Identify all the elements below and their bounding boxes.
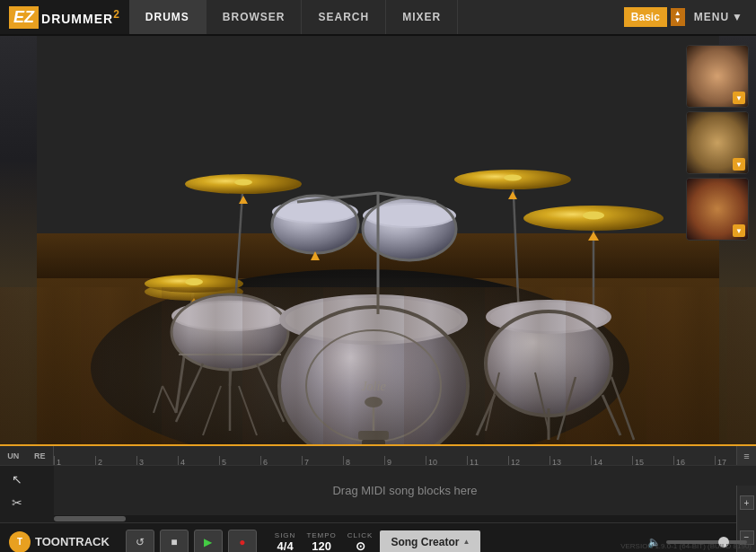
transport-buttons: ↺ ■ ▶ ● [126, 530, 257, 553]
ruler-mark-9: 9 [384, 456, 426, 465]
toontrack-icon: T [9, 531, 31, 553]
drum-area: Jolie [0, 36, 756, 449]
click-indicator: ⊙ [356, 539, 365, 553]
drum-kit-svg: Jolie [0, 36, 756, 449]
svg-point-33 [171, 301, 288, 331]
svg-point-39 [286, 298, 462, 341]
side-panel-tamb[interactable]: ▼ [686, 178, 749, 241]
svg-line-52 [477, 395, 495, 435]
preset-label: Basic [631, 11, 660, 23]
scissors-tool-button[interactable]: ✂ [7, 493, 27, 513]
svg-point-3 [91, 269, 629, 449]
menu-arrow-icon: ▼ [732, 11, 743, 23]
redo-button[interactable]: RE [31, 450, 49, 462]
ruler-mark-10: 10 [426, 456, 467, 465]
svg-point-47 [365, 397, 382, 407]
ruler-mark-15: 15 [632, 456, 673, 465]
svg-point-17 [276, 202, 355, 222]
svg-line-59 [611, 377, 634, 440]
ruler-mark-6: 6 [260, 456, 302, 465]
side-panel-hands[interactable]: ▼ [686, 45, 749, 108]
stop-button[interactable]: ■ [160, 530, 189, 553]
tab-search[interactable]: SEARCH [302, 0, 386, 34]
rewind-button[interactable]: ↺ [126, 530, 154, 553]
svg-line-60 [203, 386, 221, 435]
song-creator-label: Song Creator [391, 536, 459, 548]
play-button[interactable]: ▶ [194, 530, 223, 553]
tempo-label: TEMPO [306, 531, 336, 539]
select-tool-button[interactable]: ↖ [7, 469, 27, 489]
sign-value: 4/4 [277, 539, 294, 553]
sign-label: SIGN [275, 531, 296, 539]
ruler-mark-11: 11 [467, 456, 508, 465]
side-panel-hands-arrow[interactable]: ▼ [733, 92, 745, 104]
ruler-mark-16: 16 [673, 456, 715, 465]
preset-arrows: ▲ ▼ [671, 8, 685, 26]
svg-point-9 [185, 278, 203, 285]
svg-point-38 [279, 294, 468, 345]
svg-line-55 [176, 364, 203, 422]
toontrack-label: TOONTRACK [35, 535, 110, 548]
svg-point-30 [583, 212, 604, 220]
svg-rect-0 [37, 269, 719, 449]
record-button[interactable]: ● [228, 530, 257, 553]
timeline-ruler: UN RE 1 2 3 4 5 6 7 8 9 10 11 12 13 14 1… [0, 446, 756, 466]
logo-drummer: DRUMMER2 [41, 8, 120, 26]
timeline-scrollbar-thumb[interactable] [54, 516, 126, 521]
preset-selector[interactable]: Basic [624, 7, 667, 27]
menu-label: MENU [694, 11, 729, 23]
svg-line-61 [239, 386, 257, 435]
logo-ez: EZ [9, 6, 39, 29]
song-creator-button[interactable]: Song Creator ▲ [380, 530, 480, 553]
ruler-mark-14: 14 [591, 456, 632, 465]
sign-group: SIGN 4/4 [275, 531, 296, 553]
tempo-value: 120 [312, 539, 331, 553]
svg-point-26 [504, 175, 522, 181]
undo-button[interactable]: UN [4, 450, 22, 462]
svg-line-58 [558, 377, 576, 440]
svg-line-62 [486, 372, 499, 431]
ruler-marks: 1 2 3 4 5 6 7 8 9 10 11 12 13 14 15 16 1… [54, 446, 756, 465]
ruler-mark-8: 8 [343, 456, 384, 465]
stop-icon: ■ [171, 536, 177, 548]
svg-line-54 [602, 395, 620, 435]
ruler-mark-1: 1 [54, 456, 95, 465]
tab-mixer[interactable]: MIXER [386, 0, 458, 34]
svg-marker-10 [189, 298, 198, 305]
record-icon: ● [239, 536, 245, 548]
tempo-group: TEMPO 120 [306, 531, 336, 553]
svg-point-13 [234, 180, 252, 186]
svg-point-50 [490, 302, 607, 331]
timeline-controls-left: UN RE [0, 446, 54, 465]
svg-point-34 [175, 302, 285, 329]
zoom-in-button[interactable]: + [740, 495, 754, 510]
transport-area: UN RE 1 2 3 4 5 6 7 8 9 10 11 12 13 14 1… [0, 444, 756, 552]
click-label: CLICK [347, 531, 374, 539]
side-panels: ▼ ▼ ▼ [686, 45, 749, 241]
midi-drop-area[interactable]: Drag MIDI song blocks here + − [54, 466, 756, 515]
svg-point-49 [486, 300, 611, 334]
side-panel-tamb-arrow[interactable]: ▼ [733, 224, 745, 237]
transport-info: SIGN 4/4 TEMPO 120 CLICK ⊙ [275, 531, 374, 553]
svg-point-51 [486, 311, 611, 416]
rewind-icon: ↺ [136, 536, 145, 548]
side-panel-sticks[interactable]: ▼ [686, 111, 749, 174]
timeline-menu-button[interactable]: ≡ [736, 446, 756, 466]
svg-text:Jolie: Jolie [361, 380, 385, 393]
ruler-mark-12: 12 [508, 456, 549, 465]
menu-button[interactable]: MENU ▼ [689, 11, 749, 23]
ruler-mark-7: 7 [302, 456, 343, 465]
timeline-scrollbar[interactable] [54, 515, 736, 522]
preset-arrow-down[interactable]: ▼ [674, 17, 681, 24]
logo-version: 2 [113, 8, 120, 21]
song-creator-arrow-icon: ▲ [462, 538, 470, 546]
tab-drums[interactable]: DRUMS [129, 0, 207, 34]
side-panel-sticks-arrow[interactable]: ▼ [733, 158, 745, 171]
ruler-mark-5: 5 [219, 456, 260, 465]
nav-right: Basic ▲ ▼ MENU ▼ [624, 0, 756, 34]
ruler-mark-2: 2 [95, 456, 136, 465]
tab-browser[interactable]: BROWSER [207, 0, 303, 34]
ruler-mark-3: 3 [136, 456, 178, 465]
svg-line-5 [163, 386, 176, 413]
svg-line-6 [154, 386, 163, 413]
